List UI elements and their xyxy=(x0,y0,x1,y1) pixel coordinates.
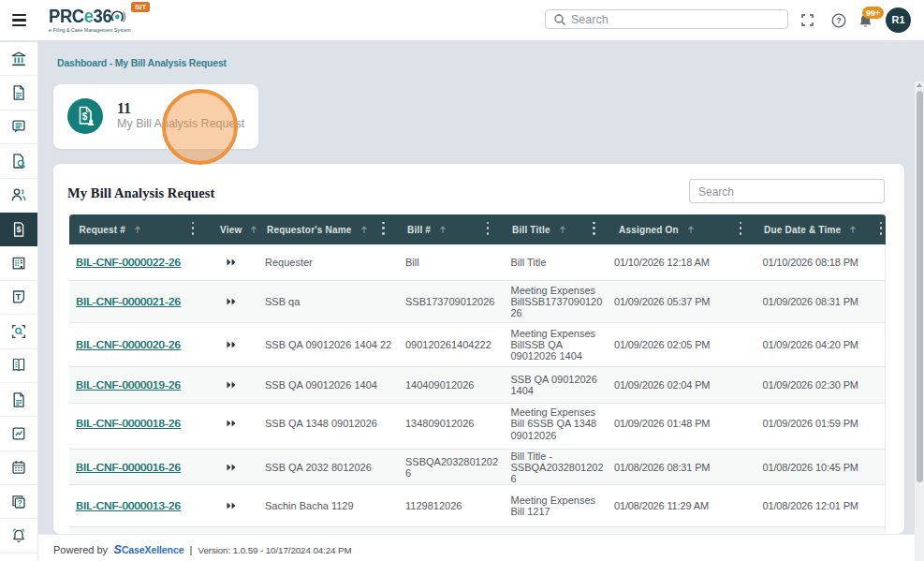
svg-text:$: $ xyxy=(82,111,88,122)
svg-text:T: T xyxy=(16,292,22,302)
svg-text:$: $ xyxy=(16,225,21,234)
svg-text:?: ? xyxy=(18,498,22,508)
svg-text:?: ? xyxy=(836,16,842,25)
